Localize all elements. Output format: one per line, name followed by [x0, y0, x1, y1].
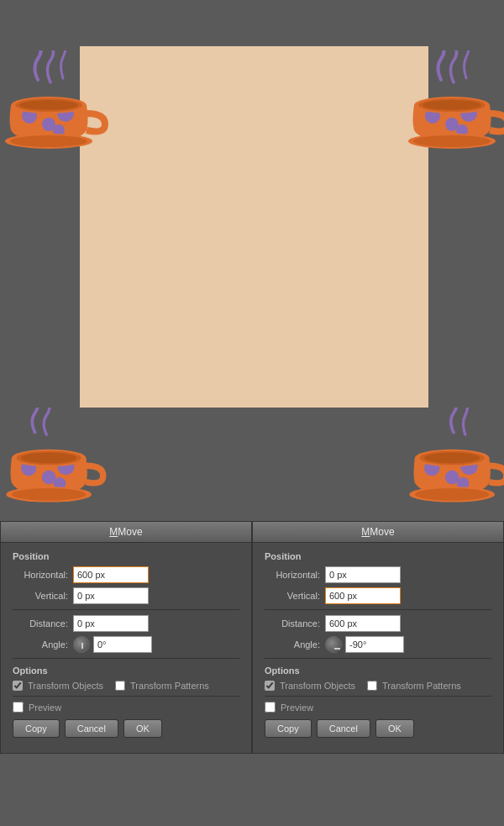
divider-right-2 [265, 658, 491, 659]
distance-input-right[interactable] [325, 615, 401, 632]
preview-row-left: Preview [13, 702, 239, 713]
title-rest-right: Move [370, 526, 394, 538]
distance-row-right: Distance: [265, 615, 491, 632]
svg-point-10 [10, 135, 87, 147]
svg-point-41 [424, 453, 480, 464]
teacup-top-left [0, 50, 109, 151]
beige-rectangle [80, 46, 428, 408]
options-section-left: Options Transform Objects Transform Patt… [13, 666, 239, 691]
distance-row-left: Distance: [13, 615, 239, 632]
dialog-left-title: MMove [1, 522, 251, 543]
svg-point-43 [415, 488, 490, 501]
distance-input-left[interactable] [73, 615, 149, 632]
dialog-right-title: MMove [253, 522, 503, 543]
dialog-left-title-text: MMove [109, 526, 142, 538]
preview-row-right: Preview [265, 702, 491, 713]
angle-label-right: Angle: [265, 639, 325, 650]
position-label-left: Position [13, 551, 239, 561]
copy-button-left[interactable]: Copy [13, 719, 60, 738]
options-section-right: Options Transform Objects Transform Patt… [265, 666, 491, 691]
teacup-bottom-right [395, 408, 504, 508]
title-underline-left: M [109, 526, 118, 538]
vertical-row-right: Vertical: [265, 587, 491, 604]
horizontal-row-right: Horizontal: [265, 566, 491, 583]
divider-right-3 [265, 696, 491, 697]
preview-label-right: Preview [281, 702, 313, 713]
copy-button-right[interactable]: Copy [265, 719, 312, 738]
svg-point-30 [21, 453, 76, 464]
teacup-bottom-left [0, 408, 109, 508]
preview-checkbox-left[interactable] [13, 702, 24, 713]
dialog-right-body: Position Horizontal: Vertical: Distance:… [253, 543, 503, 753]
dialog-left: MMove Position Horizontal: Vertical: Dis… [0, 521, 252, 754]
ok-button-left[interactable]: OK [123, 719, 162, 738]
vertical-input-left[interactable] [73, 587, 149, 604]
angle-row-right: Angle: [265, 636, 491, 653]
position-label-right: Position [265, 551, 491, 561]
options-label-left: Options [13, 666, 239, 676]
transform-objects-checkbox-right[interactable] [265, 681, 275, 691]
title-underline-right: M [361, 526, 370, 538]
dialog-right: MMove Position Horizontal: Vertical: Dis… [252, 521, 504, 754]
divider-right-1 [265, 609, 491, 610]
transform-objects-row-right: Transform Objects Transform Patterns [265, 681, 491, 691]
distance-label-left: Distance: [13, 618, 73, 629]
divider-left-1 [13, 609, 239, 610]
svg-point-32 [12, 488, 87, 501]
button-row-right: Copy Cancel OK [265, 719, 491, 746]
transform-objects-label-right: Transform Objects [280, 681, 355, 691]
svg-point-8 [19, 100, 78, 110]
angle-input-left[interactable] [93, 636, 152, 653]
vertical-label-right: Vertical: [265, 591, 325, 601]
preview-label-left: Preview [29, 702, 61, 713]
angle-row-left: Angle: [13, 636, 239, 653]
options-label-right: Options [265, 666, 491, 676]
transform-objects-row-left: Transform Objects Transform Patterns [13, 681, 239, 691]
ok-button-right[interactable]: OK [375, 719, 414, 738]
angle-icon-right [325, 636, 342, 653]
vertical-label-left: Vertical: [13, 591, 73, 601]
distance-label-right: Distance: [265, 618, 325, 629]
divider-left-3 [13, 696, 239, 697]
angle-label-left: Angle: [13, 639, 73, 650]
transform-objects-label-left: Transform Objects [28, 681, 103, 691]
svg-point-19 [423, 100, 481, 110]
transform-patterns-checkbox-left[interactable] [115, 681, 125, 691]
canvas-area [0, 0, 504, 521]
cancel-button-left[interactable]: Cancel [65, 719, 118, 738]
preview-checkbox-right[interactable] [265, 702, 276, 713]
transform-patterns-checkbox-right[interactable] [367, 681, 377, 691]
dialog-right-title-text: MMove [361, 526, 394, 538]
teacup-top-right [395, 50, 504, 151]
horizontal-label-right: Horizontal: [265, 570, 325, 580]
horizontal-input-left[interactable] [73, 566, 149, 583]
transform-objects-checkbox-left[interactable] [13, 681, 23, 691]
dialogs-container: MMove Position Horizontal: Vertical: Dis… [0, 521, 504, 754]
divider-left-2 [13, 658, 239, 659]
horizontal-label-left: Horizontal: [13, 570, 73, 580]
title-rest-left: Move [118, 526, 142, 538]
horizontal-row-left: Horizontal: [13, 566, 239, 583]
svg-point-21 [413, 135, 491, 147]
horizontal-input-right[interactable] [325, 566, 401, 583]
vertical-input-right[interactable] [325, 587, 401, 604]
transform-patterns-label-right: Transform Patterns [382, 681, 461, 691]
button-row-left: Copy Cancel OK [13, 719, 239, 746]
angle-icon-left [73, 636, 90, 653]
transform-patterns-label-left: Transform Patterns [130, 681, 209, 691]
vertical-row-left: Vertical: [13, 587, 239, 604]
angle-input-right[interactable] [345, 636, 404, 653]
cancel-button-right[interactable]: Cancel [317, 719, 370, 738]
dialog-left-body: Position Horizontal: Vertical: Distance:… [1, 543, 251, 753]
